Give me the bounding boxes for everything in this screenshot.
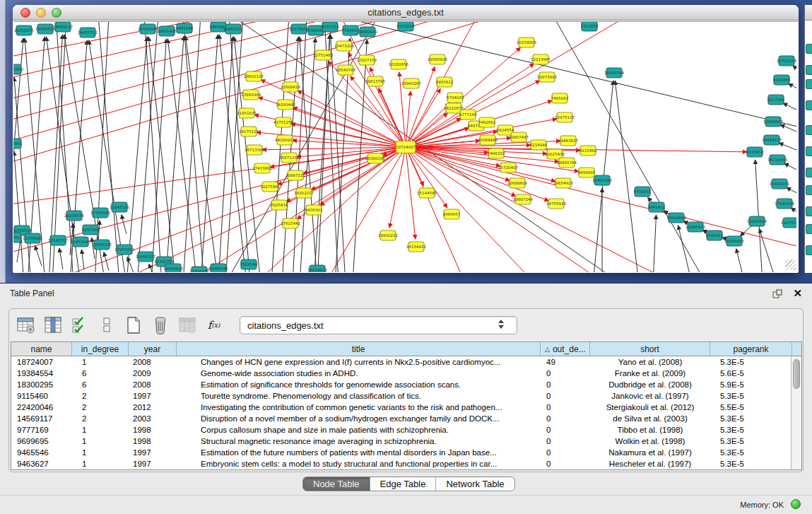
graph-node[interactable]: 18914094 — [666, 213, 686, 223]
network-canvas[interactable]: 1872400718300295186021251384200421851835… — [13, 21, 798, 272]
graph-node[interactable]: 18930212 — [378, 230, 398, 240]
graph-node[interactable]: 9155723 — [322, 22, 339, 32]
graph-node[interactable]: 19654923 — [553, 178, 573, 188]
graph-node[interactable]: 6791931 — [634, 187, 652, 197]
graph-node[interactable]: 9245012 — [706, 230, 724, 240]
graph-node[interactable]: 9699695 — [578, 168, 596, 177]
table-cell[interactable]: 0 — [541, 424, 590, 436]
table-row[interactable]: 1872400712008Changes of HCN gene express… — [11, 356, 801, 368]
graph-node[interactable]: 17615441 — [281, 218, 300, 228]
graph-node[interactable]: 18724007 — [396, 141, 416, 153]
graph-node[interactable]: 10154808 — [517, 37, 536, 47]
graph-node[interactable]: 7595603 — [342, 25, 360, 35]
graph-node[interactable]: 44200913 — [275, 135, 295, 145]
table-cell[interactable]: Estimation of significance thresholds fo… — [177, 379, 541, 390]
graph-node[interactable]: 17016504 — [775, 199, 794, 209]
graph-node[interactable]: 12142757 — [48, 235, 68, 245]
graph-node[interactable]: 19613785 — [365, 76, 385, 86]
graph-node[interactable]: 7486322 — [488, 148, 505, 158]
table-cell[interactable]: Nakamura et al. (1997) — [590, 447, 710, 458]
graph-node[interactable]: 42751255 — [273, 117, 293, 127]
column-header-in_degree[interactable]: in_degree — [72, 342, 129, 356]
table-cell[interactable]: 5.3E-5 — [710, 424, 792, 436]
graph-node[interactable]: 17957253 — [114, 245, 134, 255]
graph-node[interactable]: 13207159 — [357, 55, 377, 65]
graph-node[interactable]: 16154921 — [406, 242, 426, 252]
table-cell[interactable]: 1 — [72, 356, 129, 368]
table-scrollbar[interactable] — [791, 356, 801, 469]
table-cell[interactable]: 2008 — [129, 379, 177, 390]
table-cell[interactable]: 19384554 — [11, 368, 72, 379]
table-row[interactable]: 969969511998Structural magnetic resonanc… — [11, 436, 801, 447]
float-panel-icon[interactable] — [772, 289, 782, 299]
graph-node[interactable]: 7462662 — [478, 117, 496, 127]
graph-node[interactable]: 6216040 — [530, 140, 548, 150]
column-header-pagerank[interactable]: pagerank — [710, 342, 792, 356]
graph-node[interactable]: 18300295 — [365, 153, 385, 163]
table-cell[interactable]: Corpus callosum shape and size in male p… — [177, 424, 541, 436]
table-cell[interactable]: 1 — [72, 424, 129, 436]
graph-node[interactable]: 21851835 — [237, 108, 257, 118]
table-cell[interactable]: 9463627 — [11, 458, 72, 469]
graph-node[interactable]: 13505135 — [92, 240, 112, 250]
table-row[interactable]: 1456911722003Disruption of a novel membe… — [11, 413, 801, 424]
table-cell[interactable]: 14569117 — [11, 413, 72, 424]
graph-node[interactable]: 20206576 — [64, 211, 84, 221]
graph-node[interactable]: 16649910 — [358, 27, 377, 37]
table-cell[interactable]: 2008 — [129, 356, 177, 368]
graph-node[interactable]: 11675311 — [781, 218, 796, 228]
table-cell[interactable]: Investigating the contribution of common… — [177, 402, 541, 413]
table-cell[interactable]: 5.6E-5 — [710, 368, 792, 379]
table-cell[interactable]: 0 — [541, 447, 590, 458]
table-selector-dropdown[interactable]: citations_edges.txt — [240, 316, 517, 334]
graph-node[interactable]: 18549743 — [336, 65, 355, 75]
graph-node[interactable]: 9329966 — [773, 75, 791, 85]
table-cell[interactable]: 1997 — [129, 458, 177, 469]
graph-node[interactable]: 12103504 — [747, 216, 767, 226]
graph-node[interactable]: 10688609 — [507, 178, 527, 188]
table-cell[interactable]: 0 — [541, 402, 590, 413]
table-cell[interactable]: 0 — [541, 368, 590, 379]
graph-node[interactable]: 16210643 — [767, 155, 787, 165]
table-cell[interactable]: 5.3E-5 — [710, 390, 792, 402]
table-cell[interactable]: Estimation of the future numbers of pati… — [177, 447, 541, 458]
table-cell[interactable]: 5.9E-5 — [710, 379, 792, 390]
column-header-short[interactable]: short — [590, 342, 710, 356]
table-row[interactable]: 977716911998Corpus callosum shape and si… — [11, 424, 801, 436]
close-panel-icon[interactable]: ✕ — [793, 287, 802, 300]
graph-node[interactable]: 17433881 — [252, 163, 272, 173]
graph-node[interactable]: 18302217 — [294, 188, 314, 198]
table-cell[interactable]: 2012 — [129, 402, 177, 413]
graph-node[interactable]: 30887225 — [286, 170, 305, 180]
scrollbar-thumb[interactable] — [793, 359, 800, 389]
select-all-rows-icon[interactable] — [70, 316, 89, 335]
graph-node[interactable]: 12213967 — [531, 54, 551, 64]
graph-node[interactable]: 9097588 — [82, 225, 100, 235]
table-cell[interactable]: 5.3E-5 — [710, 356, 792, 368]
tab-edge-table[interactable]: Edge Table — [370, 477, 437, 491]
graph-node[interactable]: 10945422 — [686, 222, 705, 232]
graph-node[interactable]: 12751463 — [313, 50, 333, 60]
table-cell[interactable]: Yano et al. (2008) — [590, 356, 710, 368]
table-cell[interactable]: de Silva et al. (2003) — [590, 413, 710, 424]
graph-node[interactable]: 3915411 — [13, 233, 22, 243]
graph-node[interactable]: 16643794 — [604, 68, 624, 78]
create-new-table-icon[interactable] — [124, 316, 143, 335]
table-cell[interactable]: 0 — [541, 413, 590, 424]
table-cell[interactable]: 6 — [72, 379, 129, 390]
table-cell[interactable]: 9465546 — [11, 447, 72, 458]
graph-node[interactable]: 9465546 — [176, 23, 194, 33]
graph-node[interactable]: 19245013 — [724, 236, 744, 246]
background-network-window-partial[interactable] — [804, 5, 812, 273]
graph-node[interactable]: 22420046 — [138, 24, 158, 34]
table-cell[interactable]: 6 — [72, 368, 129, 379]
table-row[interactable]: 2242004622012Investigating the contribut… — [11, 402, 801, 413]
graph-node[interactable]: 16958107 — [136, 252, 155, 262]
graph-node[interactable]: 19585826 — [428, 54, 447, 64]
graph-node[interactable]: 9436301 — [305, 205, 323, 215]
table-cell[interactable]: 9777169 — [11, 424, 72, 436]
table-cell[interactable]: 1997 — [129, 390, 177, 402]
table-cell[interactable]: 9115460 — [11, 390, 72, 402]
table-cell[interactable]: 1 — [72, 436, 129, 447]
graph-node[interactable]: 8969957 — [443, 209, 461, 219]
